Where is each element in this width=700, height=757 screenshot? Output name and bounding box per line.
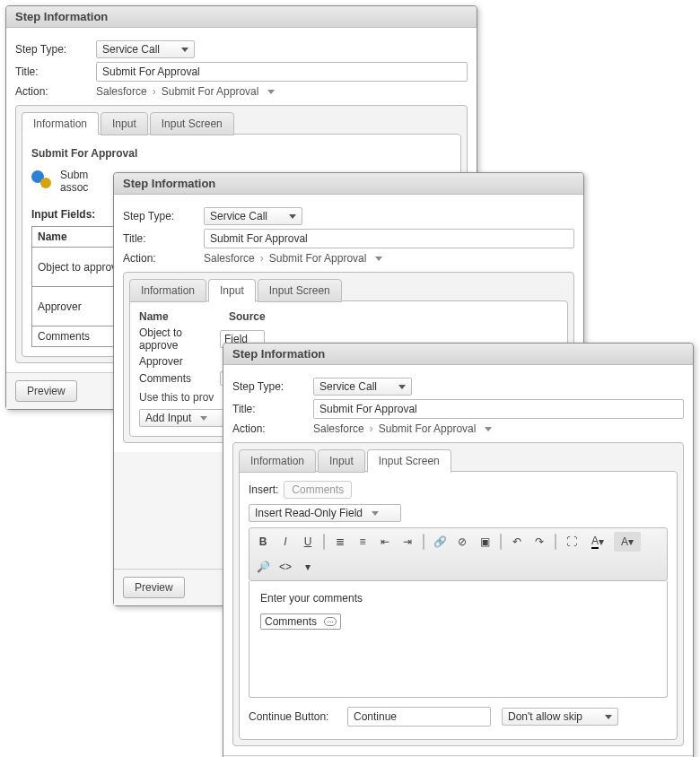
link-icon[interactable]: 🔗 [430,532,450,552]
image-icon[interactable]: ▣ [475,532,494,552]
row-label: Object to approve [139,326,220,352]
section-header: Submit For Approval [31,147,451,160]
action-breadcrumb[interactable]: Salesforce › Submit For Approval [313,422,492,435]
insert-label: Insert: [249,483,278,496]
step-info-dialog-input-screen: Step Information Step Type: Service Call… [223,343,694,757]
chevron-right-icon: › [260,252,264,265]
dialog-title: Step Information [114,173,583,195]
caret-down-icon [200,416,207,421]
dialog-title: Step Information [223,344,693,365]
chevron-right-icon: › [370,422,373,435]
col-name: Name [139,310,211,323]
bold-icon[interactable]: B [253,532,273,552]
insert-readonly-dropdown[interactable]: Insert Read-Only Field [249,504,401,522]
step-type-label: Step Type: [232,380,313,393]
insert-chip[interactable]: Comments [284,481,352,499]
step-type-label: Step Type: [123,210,204,222]
tab-information[interactable]: Information [22,112,99,135]
text-color-icon[interactable]: A▾ [584,532,611,552]
continue-button-label: Continue Button: [249,710,347,723]
description-text: assoc [60,181,88,194]
action-breadcrumb[interactable]: Salesforce › Submit For Approval [204,252,382,265]
caret-down-icon [181,48,188,52]
editor-field-chip[interactable]: Comments ⋯ [260,613,341,630]
step-type-select[interactable]: Service Call [96,40,195,58]
caret-down-icon [605,715,612,719]
chevron-right-icon: › [153,85,156,98]
step-type-select[interactable]: Service Call [313,378,412,396]
more-icon[interactable]: ▾ [298,557,318,577]
action-label: Action: [15,85,96,98]
underline-icon[interactable]: U [298,532,318,552]
tab-input-screen[interactable]: Input Screen [258,279,342,302]
list-number-icon[interactable]: ≡ [353,532,372,552]
outdent-icon[interactable]: ⇤ [375,532,395,552]
tab-information[interactable]: Information [129,279,206,302]
caret-down-icon [375,257,382,261]
caret-down-icon [398,385,406,389]
find-icon[interactable]: 🔎 [253,557,273,577]
description-text: Subm [60,169,88,181]
dialog-title: Step Information [6,6,477,28]
bg-color-icon[interactable]: A▾ [614,532,641,552]
unlink-icon[interactable]: ⊘ [452,532,472,552]
undo-icon[interactable]: ↶ [507,532,527,552]
title-label: Title: [232,403,313,415]
rich-text-editor[interactable]: Enter your comments Comments ⋯ [249,581,668,698]
row-label: Approver [139,355,220,368]
action-breadcrumb[interactable]: Salesforce › Submit For Approval [96,85,275,98]
rich-text-toolbar: B I U ≣ ≡ ⇤ ⇥ 🔗 ⊘ ▣ ↶ ↷ ⛶ [249,527,668,581]
ellipsis-icon[interactable]: ⋯ [324,617,337,626]
caret-down-icon [372,511,379,516]
tab-input-screen[interactable]: Input Screen [150,112,234,135]
tab-information[interactable]: Information [239,449,316,473]
row-label: Comments [139,372,220,385]
title-label: Title: [15,65,96,78]
title-input[interactable]: Submit For Approval [313,399,684,419]
action-label: Action: [232,422,313,435]
step-type-select[interactable]: Service Call [204,207,302,225]
redo-icon[interactable]: ↷ [529,532,549,552]
title-label: Title: [123,232,204,245]
title-input[interactable]: Submit For Approval [204,229,574,248]
tab-input[interactable]: Input [208,279,256,302]
tab-input[interactable]: Input [318,449,365,473]
tab-input-screen[interactable]: Input Screen [367,449,451,473]
preview-button[interactable]: Preview [15,380,77,402]
gears-icon [31,169,53,190]
caret-down-icon [289,214,296,219]
fullscreen-icon[interactable]: ⛶ [562,532,582,552]
preview-button[interactable]: Preview [123,577,185,598]
list-bullet-icon[interactable]: ≣ [330,532,350,552]
italic-icon[interactable]: I [276,532,295,552]
skip-select[interactable]: Don't allow skip [502,708,618,726]
caret-down-icon [267,90,275,94]
editor-label-text: Enter your comments [260,592,656,605]
source-icon[interactable]: <> [276,557,295,577]
tab-input[interactable]: Input [101,112,148,135]
step-type-label: Step Type: [15,43,96,56]
col-source: Source [229,310,266,323]
title-input[interactable]: Submit For Approval [96,62,468,82]
indent-icon[interactable]: ⇥ [398,532,417,552]
continue-input[interactable]: Continue [347,707,491,727]
action-label: Action: [123,252,204,265]
caret-down-icon [485,427,492,431]
